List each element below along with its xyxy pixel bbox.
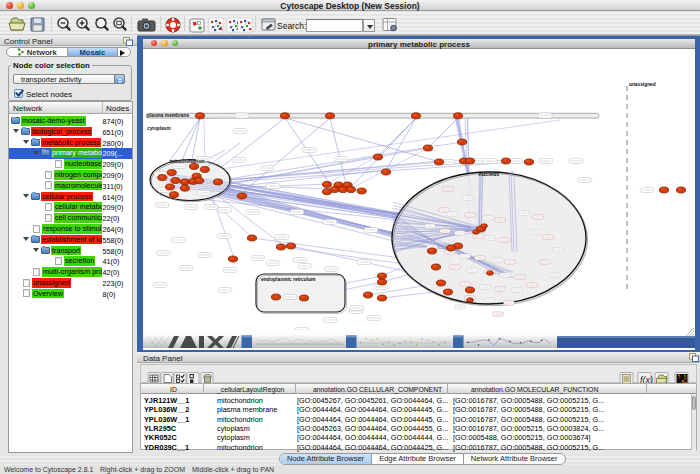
- svg-text:endoplasmic reticulum: endoplasmic reticulum: [261, 276, 316, 282]
- svg-text:mitochondrion: mitochondrion: [170, 158, 205, 164]
- svg-text:cytoplasm: cytoplasm: [147, 126, 171, 131]
- svg-text:plasma membrane: plasma membrane: [147, 113, 189, 118]
- svg-text:unassigned: unassigned: [629, 82, 656, 87]
- svg-text:nucleus: nucleus: [479, 171, 500, 177]
